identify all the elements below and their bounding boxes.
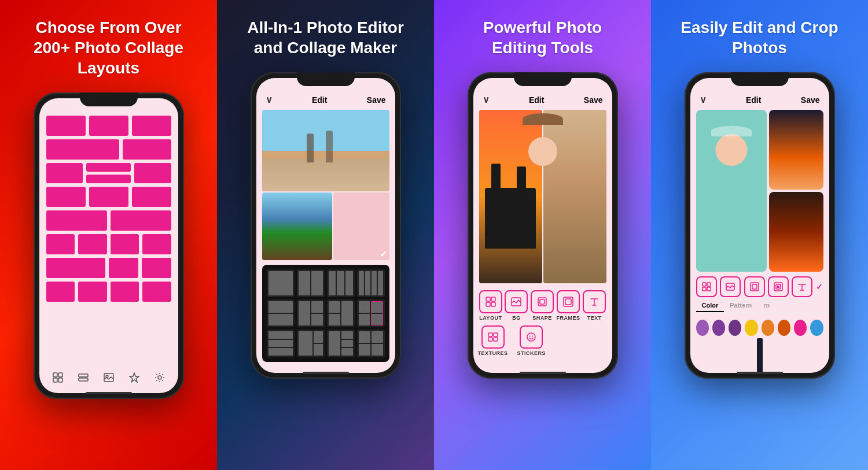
crop-tool-3[interactable] [744, 276, 765, 297]
tool-frames[interactable]: FRAMES [557, 290, 580, 321]
layout-thumb-1[interactable] [267, 269, 295, 297]
color-purple-mid[interactable] [712, 320, 725, 336]
collage-top-photo [262, 110, 389, 191]
tool-layout[interactable]: LAYOUT [479, 290, 502, 321]
tool-stickers-label: STICKERS [517, 350, 546, 356]
color-blue[interactable] [810, 320, 823, 336]
phone-2-home-bar [303, 372, 349, 374]
phone-2: ∨ Edit Save [251, 72, 401, 379]
star-icon[interactable] [128, 371, 141, 384]
tool-layout-label: LAYOUT [479, 315, 502, 321]
checkmark-icon: ✓ [380, 249, 387, 260]
svg-rect-31 [752, 284, 757, 289]
phone-1-home-bar [86, 392, 132, 394]
layout-picker [262, 265, 389, 362]
panel-1: Choose From Over 200+ Photo Collage Layo… [0, 0, 217, 470]
tool-bg-label: BG [512, 315, 521, 321]
layout-thumb-7[interactable] [327, 299, 355, 327]
color-purple-light[interactable] [696, 320, 709, 336]
tab-pattern[interactable]: Pattern [724, 299, 757, 312]
photo-girl [543, 110, 606, 283]
edit-title: Edit [312, 95, 327, 105]
phone-3-screen: ∨ Edit Save [473, 78, 612, 373]
save-button[interactable]: Save [584, 95, 603, 105]
layout-thumb-4[interactable] [357, 269, 385, 297]
shape-tool-icon [531, 290, 554, 313]
svg-rect-19 [494, 333, 498, 336]
panel-2: All-In-1 Photo Editor and Collage Maker … [217, 0, 434, 470]
back-chevron[interactable]: ∨ [266, 94, 273, 105]
crop-tool-5[interactable] [792, 276, 812, 297]
layout-cell [86, 175, 131, 183]
back-chevron[interactable]: ∨ [483, 94, 490, 105]
layout-cell [89, 187, 128, 207]
stickers-tool-icon [520, 325, 543, 349]
crop-photo-campfire [769, 192, 823, 272]
layout-thumb-12[interactable] [357, 330, 385, 357]
layout-thumb-2[interactable] [297, 269, 325, 297]
back-chevron[interactable]: ∨ [700, 94, 707, 105]
color-strip [690, 315, 829, 341]
layout-thumb-8[interactable] [357, 299, 385, 327]
frames-tool-icon [557, 290, 580, 313]
crop-tools-row: ✓ [690, 272, 829, 299]
image-icon[interactable] [102, 371, 115, 384]
crop-photo-sunset [769, 110, 823, 190]
layout-cell [46, 258, 105, 278]
color-purple-dark[interactable] [729, 320, 741, 336]
tab-color[interactable]: Color [696, 299, 724, 312]
panel-2-title: All-In-1 Photo Editor and Collage Maker [239, 17, 413, 58]
settings-icon[interactable] [153, 371, 166, 384]
layout-cell [46, 116, 86, 136]
panel-1-title: Choose From Over 200+ Photo Collage Layo… [22, 17, 196, 78]
grid-icon[interactable] [52, 371, 64, 384]
save-button[interactable]: Save [367, 95, 386, 105]
tool-textures[interactable]: TEXTURES [478, 325, 508, 356]
layout-thumb-6[interactable] [297, 299, 325, 327]
phone-3: ∨ Edit Save [468, 72, 618, 379]
layout-icon[interactable] [77, 371, 90, 384]
layout-thumb-5[interactable] [267, 299, 295, 327]
tool-text[interactable]: TEXT [583, 290, 606, 321]
textures-tool-icon [481, 325, 505, 349]
layout-thumb-3[interactable] [327, 269, 355, 297]
tab-rn[interactable]: rn [757, 299, 775, 312]
svg-point-23 [529, 336, 531, 337]
color-orange-light[interactable] [762, 320, 774, 336]
crop-tool-2[interactable] [720, 276, 741, 297]
crop-checkmark[interactable]: ✓ [816, 276, 823, 297]
layout-cell [111, 234, 139, 254]
phone-4-home-bar [737, 372, 783, 374]
svg-rect-11 [486, 302, 490, 306]
tab-row: Color Pattern rn [690, 299, 829, 313]
svg-rect-17 [565, 299, 571, 305]
layout-thumb-10[interactable] [297, 330, 325, 357]
phone-1 [34, 92, 184, 399]
svg-rect-28 [707, 287, 711, 291]
color-pink[interactable] [794, 320, 807, 336]
tool-bg[interactable]: BG [505, 290, 528, 321]
layout-cell [142, 234, 171, 254]
layout-cell [89, 116, 128, 136]
color-orange-dark[interactable] [778, 320, 790, 336]
crop-tool-4[interactable] [768, 276, 789, 297]
tool-shape[interactable]: SHAPE [531, 290, 554, 321]
tool-stickers[interactable]: STICKERS [517, 325, 546, 356]
save-button[interactable]: Save [801, 95, 820, 105]
collage-bottom-row [262, 193, 389, 260]
color-yellow[interactable] [745, 320, 757, 336]
layout-cell [111, 282, 139, 302]
layout-thumb-9[interactable] [267, 330, 295, 357]
edit-title: Edit [746, 95, 761, 105]
layout-cell [111, 210, 171, 231]
edit-title: Edit [529, 95, 544, 105]
layout-row-7 [46, 258, 171, 278]
svg-rect-14 [538, 298, 546, 306]
layout-cell [46, 210, 107, 231]
tool-text-label: TEXT [587, 315, 602, 321]
svg-point-22 [527, 333, 535, 341]
crop-tool-1[interactable] [696, 276, 717, 297]
photo-grid [479, 110, 606, 283]
layout-cell [142, 258, 171, 278]
layout-thumb-11[interactable] [327, 330, 355, 357]
